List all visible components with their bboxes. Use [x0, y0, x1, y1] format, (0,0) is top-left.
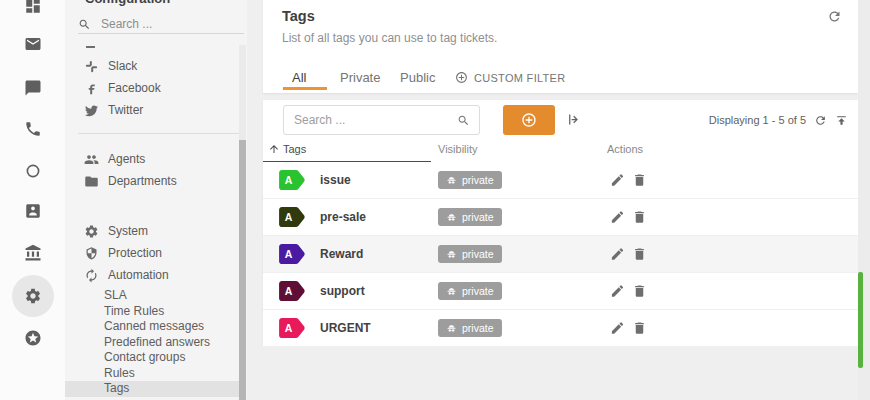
delete-icon[interactable]	[632, 247, 647, 262]
sidebar-item-departments[interactable]: Departments	[65, 170, 239, 192]
svg-text:A: A	[285, 322, 293, 334]
agents-icon	[84, 152, 99, 167]
departments-icon	[84, 174, 99, 189]
tags-column-label: Tags	[283, 143, 306, 155]
tag-row[interactable]: A URGENT private	[263, 310, 858, 347]
status-circle-icon	[24, 162, 42, 180]
incognito-icon	[446, 249, 457, 260]
table-search-input[interactable]: Search ...	[283, 105, 480, 135]
tag-row[interactable]: A support private	[263, 273, 858, 310]
sidebar-subitem-time-rules[interactable]: Time Rules	[65, 304, 239, 320]
page-scrollbar-track[interactable]	[858, 0, 870, 400]
delete-icon[interactable]	[632, 173, 647, 188]
tag-row[interactable]: A issue private	[263, 162, 858, 199]
rail-item-dashboard[interactable]	[0, 0, 65, 18]
app-window: Configuration Search ... SlackFacebookTw…	[0, 0, 870, 400]
rail-item-academy[interactable]	[0, 241, 65, 265]
incognito-icon	[446, 323, 457, 334]
settings-icon	[24, 287, 42, 305]
divider	[78, 33, 244, 34]
search-icon[interactable]	[457, 114, 470, 127]
tag-row[interactable]: A pre-sale private	[263, 199, 858, 236]
sidebar-subitem-rules[interactable]: Rules	[65, 366, 239, 382]
sidebar-item-label: Protection	[108, 246, 162, 260]
incognito-icon	[446, 212, 457, 223]
column-header-tags[interactable]: Tags	[268, 143, 306, 155]
refresh-page-button[interactable]	[827, 9, 842, 27]
sidebar-item-label: Slack	[108, 59, 137, 73]
phone-icon	[24, 120, 42, 138]
tab-custom-filter[interactable]: CUSTOM FILTER	[455, 71, 566, 84]
sidebar-item-label: Agents	[108, 152, 145, 166]
delete-icon[interactable]	[632, 284, 647, 299]
tag-name: support	[320, 284, 365, 298]
dashboard-icon	[24, 0, 42, 15]
tab-private[interactable]: Private	[340, 70, 380, 85]
system-icon	[84, 224, 99, 239]
svg-text:A: A	[285, 248, 293, 260]
sidebar-item-system[interactable]: System	[65, 220, 239, 242]
tag-row[interactable]: A Reward private	[263, 236, 858, 273]
edit-icon[interactable]	[610, 173, 625, 188]
partially-visible-item	[86, 46, 95, 48]
rail-item-status-circle[interactable]	[0, 159, 65, 183]
sidebar-subitem-canned-messages[interactable]: Canned messages	[65, 319, 239, 335]
edit-icon[interactable]	[610, 321, 625, 336]
sidebar-scrollbar-thumb[interactable]	[239, 140, 246, 400]
sidebar-item-twitter[interactable]: Twitter	[65, 99, 239, 121]
plus-circle-icon	[455, 71, 468, 84]
sidebar-item-protection[interactable]: Protection	[65, 242, 239, 264]
tag-color-icon: A	[278, 243, 307, 266]
sidebar-item-label: Facebook	[108, 81, 161, 95]
sidebar-scrollbar-track[interactable]	[239, 45, 246, 400]
add-tag-button[interactable]	[503, 105, 555, 135]
sidebar-search-input[interactable]: Search ...	[78, 14, 238, 34]
sidebar-search-placeholder: Search ...	[101, 17, 152, 31]
column-header-actions: Actions	[607, 143, 643, 155]
rail-item-chat[interactable]	[0, 76, 65, 100]
sidebar-item-facebook[interactable]: Facebook	[65, 77, 239, 99]
tab-public[interactable]: Public	[400, 70, 435, 85]
svg-text:A: A	[285, 211, 293, 223]
export-flow-button[interactable]	[566, 112, 581, 130]
edit-icon[interactable]	[610, 284, 625, 299]
incognito-icon	[446, 175, 457, 186]
arrow-from-bar-icon	[566, 112, 581, 127]
page-scrollbar-thumb[interactable]	[858, 272, 863, 368]
sidebar-subitem-predefined-answers[interactable]: Predefined answers	[65, 335, 239, 351]
sidebar-subitem-contact-groups[interactable]: Contact groups	[65, 350, 239, 366]
visibility-label: private	[462, 248, 494, 260]
tab-all[interactable]: All	[292, 70, 306, 85]
delete-icon[interactable]	[632, 210, 647, 225]
sidebar-item-agents[interactable]: Agents	[65, 148, 239, 170]
main-content: Tags List of all tags you can use to tag…	[263, 0, 858, 400]
rail-item-mail[interactable]	[0, 32, 65, 56]
sidebar-subitem-sla[interactable]: SLA	[65, 288, 239, 304]
page-title: Tags	[282, 8, 315, 24]
rail-item-contacts[interactable]	[0, 199, 65, 223]
incognito-icon	[446, 286, 457, 297]
rail-item-badges[interactable]	[0, 326, 65, 350]
edit-icon[interactable]	[610, 210, 625, 225]
delete-icon[interactable]	[632, 321, 647, 336]
sidebar-item-automation[interactable]: Automation	[65, 264, 239, 286]
rail-item-settings[interactable]	[0, 284, 65, 308]
visibility-badge: private	[438, 208, 502, 226]
tag-name: pre-sale	[320, 210, 366, 224]
visibility-badge: private	[438, 245, 502, 263]
column-header-visibility[interactable]: Visibility	[438, 143, 478, 155]
automation-icon	[84, 268, 99, 283]
sidebar-subitem-tags[interactable]: Tags	[65, 381, 239, 397]
table-toolbar: Search ... Displaying 1 - 5 of 5	[263, 100, 858, 140]
sidebar-item-slack[interactable]: Slack	[65, 55, 239, 77]
refresh-list-icon[interactable]	[814, 114, 827, 127]
tag-name: Reward	[320, 247, 363, 261]
mail-icon	[24, 35, 42, 53]
visibility-badge: private	[438, 319, 502, 337]
scroll-to-top-icon[interactable]	[835, 114, 848, 127]
twitter-icon	[84, 103, 99, 118]
sidebar-section: SlackFacebookTwitter	[65, 55, 239, 121]
rail-item-phone[interactable]	[0, 117, 65, 141]
displaying-count: Displaying 1 - 5 of 5	[709, 114, 806, 126]
edit-icon[interactable]	[610, 247, 625, 262]
